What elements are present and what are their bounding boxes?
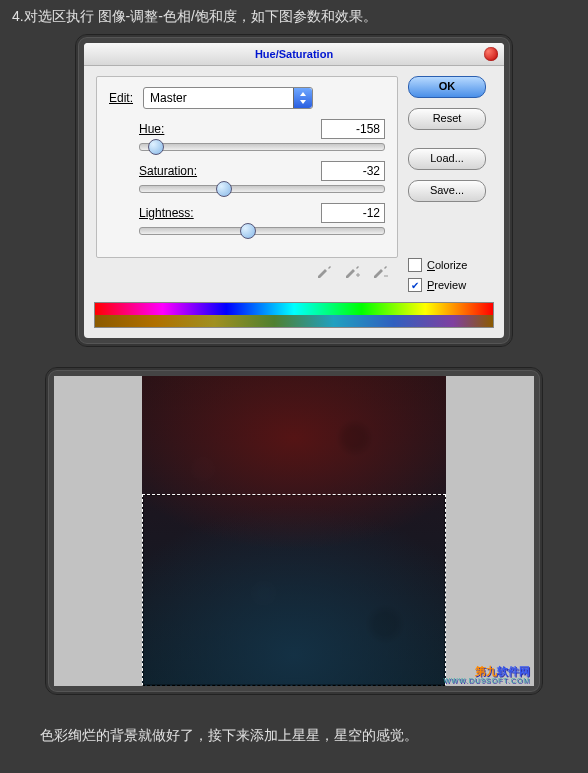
- saturation-thumb[interactable]: [216, 181, 232, 197]
- lightness-label: Lightness:: [139, 206, 194, 220]
- edit-combo-value: Master: [150, 91, 187, 105]
- instruction-bottom: 色彩绚烂的背景就做好了，接下来添加上星星，星空的感觉。: [0, 715, 588, 753]
- eyedropper-icon[interactable]: [316, 264, 332, 280]
- hue-slider[interactable]: [139, 143, 385, 151]
- checkbox-checked-icon[interactable]: ✔: [408, 278, 422, 292]
- colorize-check-row[interactable]: Colorize: [408, 258, 492, 272]
- load-button[interactable]: Load...: [408, 148, 486, 170]
- lightness-row: Lightness:: [139, 203, 385, 235]
- eyedropper-minus-icon[interactable]: [372, 264, 388, 280]
- watermark: 第九软件网 WWW.DU9SOFT.COM: [443, 666, 530, 684]
- artwork: [142, 376, 446, 686]
- chevron-updown-icon[interactable]: [293, 88, 312, 108]
- canvas-area: 第九软件网 WWW.DU9SOFT.COM: [54, 376, 534, 686]
- preview-panel: 第九软件网 WWW.DU9SOFT.COM: [45, 367, 543, 695]
- instruction-top: 4.对选区执行 图像-调整-色相/饱和度，如下图参数和效果。: [0, 0, 588, 34]
- colorize-label: Colorize: [427, 259, 467, 271]
- saturation-row: Saturation:: [139, 161, 385, 193]
- save-button[interactable]: Save...: [408, 180, 486, 202]
- saturation-slider[interactable]: [139, 185, 385, 193]
- eyedropper-group: [96, 264, 388, 280]
- hue-label: Hue:: [139, 122, 164, 136]
- saturation-input[interactable]: [321, 161, 385, 181]
- edit-label: Edit:: [109, 91, 143, 105]
- ok-button[interactable]: OK: [408, 76, 486, 98]
- sliders-group: Edit: Master Hue:: [96, 76, 398, 258]
- saturation-label: Saturation:: [139, 164, 197, 178]
- preview-label: Preview: [427, 279, 466, 291]
- lightness-input[interactable]: [321, 203, 385, 223]
- hue-saturation-dialog: Hue/Saturation Edit: Master: [84, 43, 504, 338]
- hue-input[interactable]: [321, 119, 385, 139]
- hue-thumb[interactable]: [148, 139, 164, 155]
- dialog-title: Hue/Saturation: [255, 48, 333, 60]
- dialog-panel: Hue/Saturation Edit: Master: [75, 34, 513, 347]
- eyedropper-plus-icon[interactable]: [344, 264, 360, 280]
- selection-marquee: [142, 494, 446, 686]
- edit-combo[interactable]: Master: [143, 87, 313, 109]
- color-spectrum: [94, 302, 494, 328]
- lightness-thumb[interactable]: [240, 223, 256, 239]
- preview-check-row[interactable]: ✔ Preview: [408, 278, 492, 292]
- close-icon[interactable]: [484, 47, 498, 61]
- reset-button[interactable]: Reset: [408, 108, 486, 130]
- dialog-titlebar[interactable]: Hue/Saturation: [84, 43, 504, 66]
- lightness-slider[interactable]: [139, 227, 385, 235]
- hue-row: Hue:: [139, 119, 385, 151]
- checkbox-icon[interactable]: [408, 258, 422, 272]
